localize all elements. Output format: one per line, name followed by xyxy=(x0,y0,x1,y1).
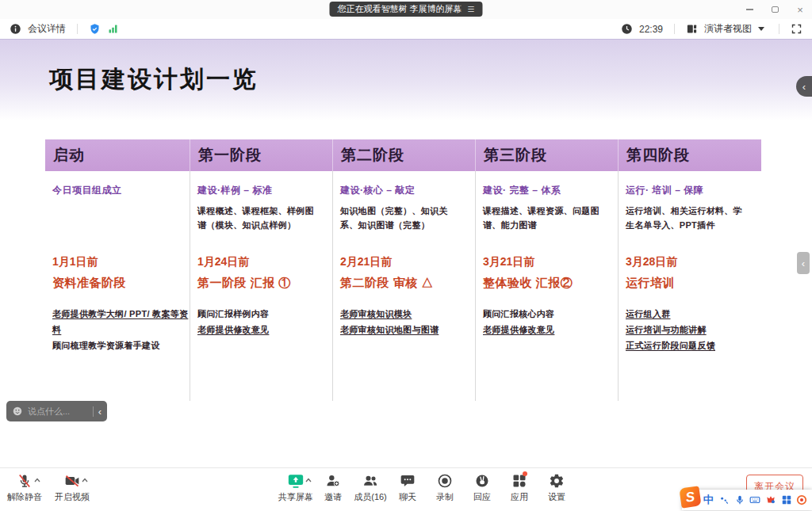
settings-button[interactable]: 设置 xyxy=(538,472,575,503)
phase-tasks: 老师提供教学大纲/ PPT/ 教案等资料 顾问梳理教学资源着手建设 xyxy=(52,306,190,353)
ime-toolbox-icon[interactable] xyxy=(779,492,794,508)
chevron-up-icon[interactable] xyxy=(82,478,88,482)
chevron-down-icon[interactable] xyxy=(758,27,764,31)
view-mode-selector[interactable]: 演讲者视图 xyxy=(704,22,752,36)
ime-cursor-icon[interactable] xyxy=(717,492,731,508)
ime-logo-icon[interactable]: S xyxy=(679,486,701,508)
layout-view-icon xyxy=(686,23,698,35)
fullscreen-icon[interactable] xyxy=(791,23,802,35)
phase-milestone: 第一阶段 汇报 ① xyxy=(197,276,291,291)
phase-desc: 课程描述、课程资源、问题图谱、能力图谱 xyxy=(483,204,607,232)
task-item: 运行培训与功能讲解 xyxy=(626,322,715,337)
phase-tasks: 老师审核知识模块 老师审核知识地图与图谱 xyxy=(340,306,439,337)
notification-dot xyxy=(523,471,527,476)
task-item: 老师提供修改意见 xyxy=(483,322,554,337)
phase-desc: 运行培训、相关运行材料、学生名单导入、PPT插件 xyxy=(626,204,750,232)
minimize-button[interactable] xyxy=(744,4,755,15)
plan-table-body: 今日项目组成立 1月1日前 资料准备阶段 老师提供教学大纲/ PPT/ 教案等资… xyxy=(45,171,761,401)
phase-date-block: 1月24日前 第一阶段 汇报 ① xyxy=(197,255,291,291)
phase-intro: 建设· 完整 – 体系 xyxy=(483,184,607,197)
meeting-details-link[interactable]: 会议详情 xyxy=(28,22,66,36)
task-item: 顾问汇报核心内容 xyxy=(483,306,554,322)
plan-column-phase4: 运行· 培训 – 保障 运行培训、相关运行材料、学生名单导入、PPT插件 3月2… xyxy=(619,171,761,401)
ime-language-toggle[interactable]: 中 xyxy=(702,492,716,508)
divider xyxy=(77,24,78,34)
close-button[interactable]: × xyxy=(795,4,806,15)
task-item: 运行组入群 xyxy=(626,306,715,322)
invite-person-icon xyxy=(325,473,341,489)
phase-date-block: 3月21日前 整体验收 汇报② xyxy=(483,255,573,291)
viewing-banner-text: 您正在观看智慧树 李展博的屏幕 xyxy=(337,2,462,17)
network-signal-icon[interactable] xyxy=(107,23,119,35)
phase-date-block: 2月21日前 第二阶段 审核 △ xyxy=(340,255,434,291)
chat-collapse-icon[interactable]: ‹ xyxy=(98,406,102,417)
task-item: 老师提供修改意见 xyxy=(197,322,269,337)
ime-keyboard-icon[interactable] xyxy=(748,492,762,508)
info-icon xyxy=(10,23,21,35)
phase-date: 1月1日前 xyxy=(52,255,126,269)
chat-label: 聊天 xyxy=(399,491,416,503)
task-item: 顾问汇报样例内容 xyxy=(197,306,269,322)
phase-desc: 课程概述、课程框架、样例图谱（模块、知识点样例） xyxy=(197,204,321,232)
panel-collapse-tab[interactable]: ‹ xyxy=(796,76,812,97)
ime-voice-icon[interactable] xyxy=(733,492,747,508)
members-button[interactable]: 成员(16) xyxy=(352,472,389,503)
column-header: 第三阶段 xyxy=(476,139,619,171)
microphone-muted-icon xyxy=(17,473,33,489)
share-screen-button[interactable]: 共享屏幕 xyxy=(278,472,314,503)
task-item: 老师审核知识模块 xyxy=(340,306,439,322)
phase-date: 2月21日前 xyxy=(340,255,434,269)
phase-milestone: 第二阶段 审核 △ xyxy=(340,276,434,291)
chevron-left-icon: ‹ xyxy=(802,81,806,93)
unmute-button[interactable]: 解除静音 xyxy=(6,472,43,503)
apps-button[interactable]: 应用 xyxy=(501,472,538,503)
divider xyxy=(93,406,94,417)
viewing-banner: 您正在观看智慧树 李展博的屏幕 ☰ xyxy=(329,2,482,17)
quick-chat-bar[interactable]: 说点什么... ‹ xyxy=(6,401,107,421)
members-label: 成员(16) xyxy=(354,491,387,503)
sidebar-collapse-button[interactable]: ‹ xyxy=(797,252,810,274)
phase-date-block: 3月28日前 运行培训 xyxy=(626,255,677,291)
phase-intro: 建设·样例 – 标准 xyxy=(197,184,321,197)
record-button[interactable]: 录制 xyxy=(427,472,463,503)
apps-label: 应用 xyxy=(511,491,528,503)
phase-date: 1月24日前 xyxy=(197,255,291,269)
chevron-up-icon[interactable] xyxy=(34,478,40,482)
chat-bubble-icon xyxy=(400,473,416,489)
phase-milestone: 资料准备阶段 xyxy=(52,276,126,291)
maximize-button[interactable] xyxy=(769,4,780,15)
plan-table-header: 启动 第一阶段 第二阶段 第三阶段 第四阶段 xyxy=(45,139,761,171)
column-header: 启动 xyxy=(45,139,190,171)
members-icon xyxy=(362,473,379,489)
maximize-icon xyxy=(772,6,779,13)
task-item: 正式运行阶段问题反馈 xyxy=(626,337,715,353)
start-video-label: 开启视频 xyxy=(55,491,90,503)
invite-button[interactable]: 邀请 xyxy=(315,472,351,503)
clock-icon xyxy=(621,23,633,35)
phase-tasks: 顾问汇报核心内容 老师提供修改意见 xyxy=(483,306,554,337)
security-shield-icon[interactable] xyxy=(89,23,101,35)
start-video-button[interactable]: 开启视频 xyxy=(54,472,90,503)
reactions-button[interactable]: 回应 xyxy=(464,472,500,503)
settings-label: 设置 xyxy=(548,491,565,503)
task-item: 顾问梳理教学资源着手建设 xyxy=(52,337,190,353)
unmute-label: 解除静音 xyxy=(7,491,42,503)
phase-intro: 运行· 培训 – 保障 xyxy=(626,184,750,197)
banner-menu-icon[interactable]: ☰ xyxy=(468,2,475,17)
chat-button[interactable]: 聊天 xyxy=(389,472,426,503)
tray-app-icon[interactable] xyxy=(795,492,809,508)
emoji-icon[interactable] xyxy=(12,406,23,417)
phase-desc: 知识地图（完整）、知识关系、知识图谱（完整） xyxy=(340,204,464,232)
phase-milestone: 整体验收 汇报② xyxy=(483,276,573,291)
chat-input-placeholder[interactable]: 说点什么... xyxy=(28,406,88,418)
share-screen-icon xyxy=(287,472,304,490)
task-item: 老师提供教学大纲/ PPT/ 教案等资料 xyxy=(52,306,190,337)
phase-intro: 今日项目组成立 xyxy=(52,184,178,197)
ime-skin-icon[interactable] xyxy=(764,492,778,508)
record-label: 录制 xyxy=(436,491,454,503)
meeting-toolbar: 会议详情 22:39 演讲者视图 xyxy=(0,19,812,40)
gear-icon xyxy=(549,473,565,489)
chevron-up-icon[interactable] xyxy=(305,478,312,482)
divider xyxy=(779,24,779,34)
ime-toolbar[interactable]: S 中 xyxy=(682,490,812,510)
